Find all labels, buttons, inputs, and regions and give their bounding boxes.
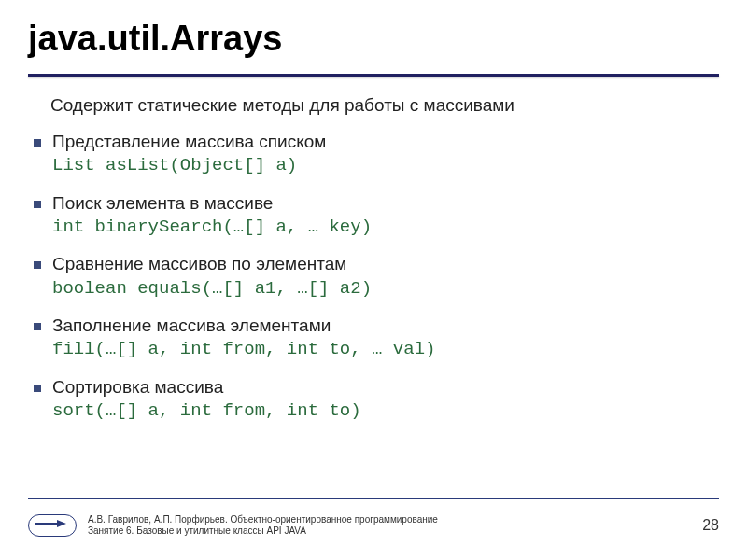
slide: java.util.Arrays Содержит статические ме…: [0, 0, 747, 560]
footer-line2: Занятие 6. Базовые и утилитные классы AP…: [88, 525, 691, 538]
footer-rule: [28, 498, 719, 499]
footer: А.В. Гаврилов, А.П. Порфирьев. Объектно-…: [0, 504, 747, 547]
item-code: sort(…[] a, int from, int to): [52, 399, 719, 422]
list-item: Заполнение массива элементами fill(…[] a…: [30, 315, 719, 361]
item-desc: Поиск элемента в массиве: [52, 193, 273, 213]
footer-text: А.В. Гаврилов, А.П. Порфирьев. Объектно-…: [88, 514, 691, 538]
list-item: Сравнение массивов по элементам boolean …: [30, 253, 719, 300]
arrow-logo-icon: [28, 514, 77, 537]
page-number: 28: [702, 517, 719, 534]
item-desc: Представление массива списком: [52, 132, 326, 151]
footer-line1: А.В. Гаврилов, А.П. Порфирьев. Объектно-…: [88, 514, 691, 526]
list-item: Поиск элемента в массиве int binarySearc…: [30, 192, 719, 239]
title-rule: [28, 74, 719, 77]
item-code: List asList(Object[] a): [52, 154, 719, 176]
slide-title: java.util.Arrays: [28, 19, 719, 59]
list-item: Представление массива списком List asLis…: [30, 131, 719, 177]
list-item: Сортировка массива sort(…[] a, int from,…: [30, 376, 719, 423]
item-code: boolean equals(…[] a1, …[] a2): [52, 277, 719, 300]
item-desc: Заполнение массива элементами: [52, 315, 331, 335]
bullet-list: Представление массива списком List asLis…: [28, 131, 719, 422]
item-code: fill(…[] a, int from, int to, … val): [52, 338, 719, 360]
item-desc: Сравнение массивов по элементам: [52, 254, 346, 273]
item-code: int binarySearch(…[] a, … key): [52, 216, 719, 238]
intro-text: Содержит статические методы для работы с…: [50, 95, 719, 116]
item-desc: Сортировка массива: [52, 377, 223, 397]
